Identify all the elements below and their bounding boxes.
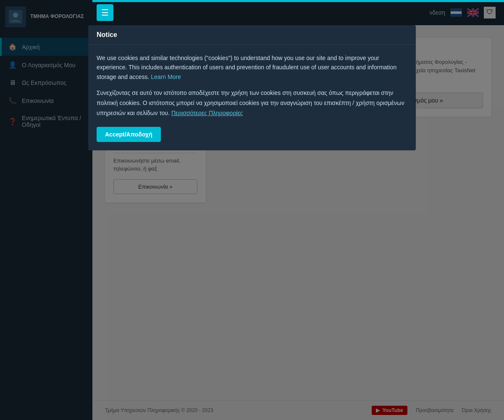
modal-overlay: Notice We use cookies and similar techno… [0, 0, 504, 420]
learn-more-link[interactable]: Learn More [151, 74, 181, 80]
top-progress-bar [92, 0, 504, 2]
modal-header: Notice [88, 25, 416, 45]
modal-body: We use cookies and similar technologies … [88, 45, 416, 150]
modal-greek-text: Συνεχίζοντας σε αυτό τον ιστότοπο αποδέχ… [97, 88, 407, 118]
menu-toggle-button[interactable]: ☰ [97, 4, 113, 21]
notice-modal: Notice We use cookies and similar techno… [88, 25, 416, 150]
hamburger-icon: ☰ [101, 8, 109, 18]
more-info-link[interactable]: Περισσότερες Πληροφορίες [171, 110, 243, 116]
modal-english-text: We use cookies and similar technologies … [97, 53, 407, 81]
accept-button[interactable]: Accept/Αποδοχή [97, 127, 161, 142]
modal-title: Notice [97, 31, 117, 38]
